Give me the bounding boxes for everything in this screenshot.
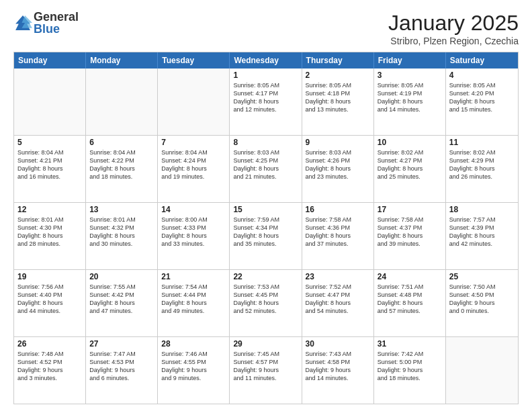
calendar-cell: 14Sunrise: 8:00 AM Sunset: 4:33 PM Dayli… xyxy=(158,203,230,269)
calendar-cell: 9Sunrise: 8:03 AM Sunset: 4:26 PM Daylig… xyxy=(302,136,374,202)
day-number: 31 xyxy=(378,339,442,349)
day-number: 29 xyxy=(233,339,298,349)
cell-info: Sunrise: 8:02 AM Sunset: 4:29 PM Dayligh… xyxy=(449,148,515,181)
calendar-cell: 3Sunrise: 8:05 AM Sunset: 4:19 PM Daylig… xyxy=(374,68,446,135)
day-number: 11 xyxy=(449,138,515,147)
day-number: 20 xyxy=(89,272,154,281)
cell-info: Sunrise: 7:55 AM Sunset: 4:42 PM Dayligh… xyxy=(89,283,154,316)
calendar-cell: 25Sunrise: 7:50 AM Sunset: 4:50 PM Dayli… xyxy=(446,270,518,336)
calendar-cell: 6Sunrise: 8:04 AM Sunset: 4:22 PM Daylig… xyxy=(86,136,158,202)
day-number: 27 xyxy=(89,339,154,349)
day-number: 25 xyxy=(449,272,515,281)
calendar-cell xyxy=(86,68,158,135)
day-number: 8 xyxy=(233,138,298,147)
cell-info: Sunrise: 7:45 AM Sunset: 4:57 PM Dayligh… xyxy=(233,350,298,383)
day-number: 23 xyxy=(306,272,370,281)
cell-info: Sunrise: 8:05 AM Sunset: 4:19 PM Dayligh… xyxy=(378,81,442,114)
cell-info: Sunrise: 8:04 AM Sunset: 4:22 PM Dayligh… xyxy=(89,148,154,181)
calendar-cell: 13Sunrise: 8:01 AM Sunset: 4:32 PM Dayli… xyxy=(86,203,158,269)
calendar-cell: 8Sunrise: 8:03 AM Sunset: 4:25 PM Daylig… xyxy=(230,136,302,202)
day-number: 6 xyxy=(89,138,154,147)
cell-info: Sunrise: 7:42 AM Sunset: 5:00 PM Dayligh… xyxy=(378,350,442,383)
weekday-header: Saturday xyxy=(446,52,518,68)
calendar-cell: 18Sunrise: 7:57 AM Sunset: 4:39 PM Dayli… xyxy=(446,203,518,269)
day-number: 3 xyxy=(378,71,442,80)
calendar-cell: 21Sunrise: 7:54 AM Sunset: 4:44 PM Dayli… xyxy=(158,270,230,336)
weekday-header: Monday xyxy=(86,52,158,68)
weekday-header: Tuesday xyxy=(158,52,230,68)
calendar-row: 26Sunrise: 7:48 AM Sunset: 4:52 PM Dayli… xyxy=(14,337,518,404)
cell-info: Sunrise: 7:48 AM Sunset: 4:52 PM Dayligh… xyxy=(17,350,82,383)
calendar-cell xyxy=(14,68,86,135)
calendar-cell: 28Sunrise: 7:46 AM Sunset: 4:55 PM Dayli… xyxy=(158,337,230,404)
title-block: January 2025 Stribro, Plzen Region, Czec… xyxy=(388,11,519,46)
calendar-header: SundayMondayTuesdayWednesdayThursdayFrid… xyxy=(14,52,518,68)
day-number: 5 xyxy=(17,138,82,147)
day-number: 28 xyxy=(161,339,226,349)
day-number: 12 xyxy=(17,205,82,214)
calendar-cell: 20Sunrise: 7:55 AM Sunset: 4:42 PM Dayli… xyxy=(86,270,158,336)
cell-info: Sunrise: 7:47 AM Sunset: 4:53 PM Dayligh… xyxy=(89,350,154,383)
cell-info: Sunrise: 8:00 AM Sunset: 4:33 PM Dayligh… xyxy=(161,216,226,248)
calendar-cell xyxy=(158,68,230,135)
day-number: 15 xyxy=(233,205,298,214)
logo-text: General Blue xyxy=(34,11,79,35)
cell-info: Sunrise: 8:01 AM Sunset: 4:32 PM Dayligh… xyxy=(89,216,154,248)
calendar: SundayMondayTuesdayWednesdayThursdayFrid… xyxy=(13,52,519,404)
cell-info: Sunrise: 7:50 AM Sunset: 4:50 PM Dayligh… xyxy=(449,283,515,316)
cell-info: Sunrise: 7:58 AM Sunset: 4:37 PM Dayligh… xyxy=(378,216,442,248)
day-number: 13 xyxy=(89,205,154,214)
calendar-cell: 26Sunrise: 7:48 AM Sunset: 4:52 PM Dayli… xyxy=(14,337,86,404)
cell-info: Sunrise: 7:59 AM Sunset: 4:34 PM Dayligh… xyxy=(233,216,298,248)
cell-info: Sunrise: 7:58 AM Sunset: 4:36 PM Dayligh… xyxy=(306,216,370,248)
calendar-cell xyxy=(446,337,518,404)
cell-info: Sunrise: 7:46 AM Sunset: 4:55 PM Dayligh… xyxy=(161,350,226,383)
calendar-cell: 4Sunrise: 8:05 AM Sunset: 4:20 PM Daylig… xyxy=(446,68,518,135)
weekday-header: Sunday xyxy=(14,52,86,68)
calendar-cell: 29Sunrise: 7:45 AM Sunset: 4:57 PM Dayli… xyxy=(230,337,302,404)
calendar-cell: 19Sunrise: 7:56 AM Sunset: 4:40 PM Dayli… xyxy=(14,270,86,336)
day-number: 30 xyxy=(306,339,370,349)
cell-info: Sunrise: 7:43 AM Sunset: 4:58 PM Dayligh… xyxy=(306,350,370,383)
calendar-cell: 10Sunrise: 8:02 AM Sunset: 4:27 PM Dayli… xyxy=(374,136,446,202)
cell-info: Sunrise: 8:04 AM Sunset: 4:24 PM Dayligh… xyxy=(161,148,226,181)
calendar-cell: 23Sunrise: 7:52 AM Sunset: 4:47 PM Dayli… xyxy=(302,270,374,336)
day-number: 18 xyxy=(449,205,515,214)
calendar-row: 19Sunrise: 7:56 AM Sunset: 4:40 PM Dayli… xyxy=(14,270,518,337)
day-number: 14 xyxy=(161,205,226,214)
calendar-row: 1Sunrise: 8:05 AM Sunset: 4:17 PM Daylig… xyxy=(14,68,518,136)
calendar-cell: 15Sunrise: 7:59 AM Sunset: 4:34 PM Dayli… xyxy=(230,203,302,269)
day-number: 4 xyxy=(449,71,515,80)
cell-info: Sunrise: 8:04 AM Sunset: 4:21 PM Dayligh… xyxy=(17,148,82,181)
cell-info: Sunrise: 8:05 AM Sunset: 4:18 PM Dayligh… xyxy=(306,81,370,114)
day-number: 7 xyxy=(161,138,226,147)
calendar-row: 12Sunrise: 8:01 AM Sunset: 4:30 PM Dayli… xyxy=(14,203,518,270)
day-number: 21 xyxy=(161,272,226,281)
logo-blue: Blue xyxy=(34,23,79,35)
subtitle: Stribro, Plzen Region, Czechia xyxy=(388,36,519,46)
calendar-cell: 1Sunrise: 8:05 AM Sunset: 4:17 PM Daylig… xyxy=(230,68,302,135)
month-title: January 2025 xyxy=(388,11,519,36)
day-number: 2 xyxy=(306,71,370,80)
day-number: 9 xyxy=(306,138,370,147)
cell-info: Sunrise: 8:01 AM Sunset: 4:30 PM Dayligh… xyxy=(17,216,82,248)
calendar-cell: 17Sunrise: 7:58 AM Sunset: 4:37 PM Dayli… xyxy=(374,203,446,269)
calendar-cell: 12Sunrise: 8:01 AM Sunset: 4:30 PM Dayli… xyxy=(14,203,86,269)
calendar-cell: 22Sunrise: 7:53 AM Sunset: 4:45 PM Dayli… xyxy=(230,270,302,336)
calendar-cell: 27Sunrise: 7:47 AM Sunset: 4:53 PM Dayli… xyxy=(86,337,158,404)
calendar-cell: 31Sunrise: 7:42 AM Sunset: 5:00 PM Dayli… xyxy=(374,337,446,404)
day-number: 24 xyxy=(378,272,442,281)
logo-icon xyxy=(13,13,32,32)
cell-info: Sunrise: 8:02 AM Sunset: 4:27 PM Dayligh… xyxy=(378,148,442,181)
cell-info: Sunrise: 7:53 AM Sunset: 4:45 PM Dayligh… xyxy=(233,283,298,316)
day-number: 10 xyxy=(378,138,442,147)
calendar-body: 1Sunrise: 8:05 AM Sunset: 4:17 PM Daylig… xyxy=(14,68,518,404)
calendar-cell: 11Sunrise: 8:02 AM Sunset: 4:29 PM Dayli… xyxy=(446,136,518,202)
calendar-cell: 24Sunrise: 7:51 AM Sunset: 4:48 PM Dayli… xyxy=(374,270,446,336)
day-number: 19 xyxy=(17,272,82,281)
logo: General Blue xyxy=(13,11,79,35)
cell-info: Sunrise: 8:03 AM Sunset: 4:26 PM Dayligh… xyxy=(306,148,370,181)
calendar-row: 5Sunrise: 8:04 AM Sunset: 4:21 PM Daylig… xyxy=(14,136,518,203)
day-number: 1 xyxy=(233,71,298,80)
cell-info: Sunrise: 7:57 AM Sunset: 4:39 PM Dayligh… xyxy=(449,216,515,248)
